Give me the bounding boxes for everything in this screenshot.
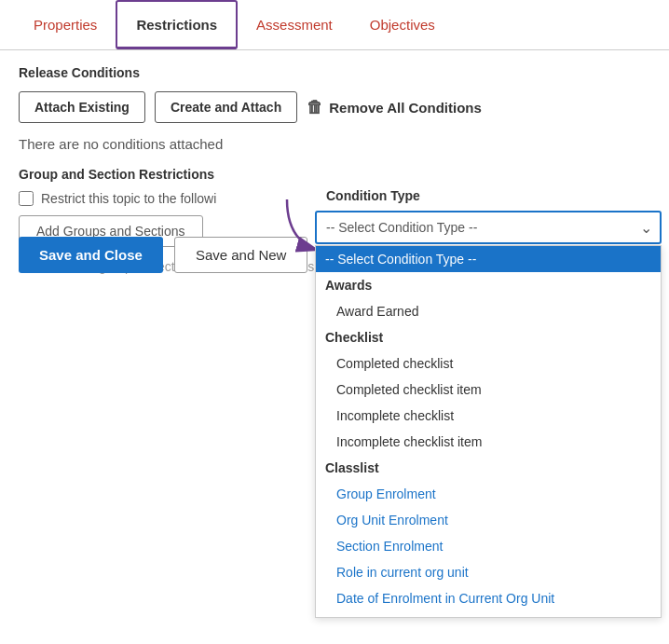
restrict-checkbox-label: Restrict this topic to the followi	[41, 191, 216, 206]
dropdown-item[interactable]: Incomplete checklist item	[316, 429, 661, 455]
dropdown-item[interactable]: Group Enrolment	[316, 481, 661, 507]
remove-all-conditions-button[interactable]: 🗑 Remove All Conditions	[307, 98, 482, 117]
tab-assessment[interactable]: Assessment	[238, 0, 351, 49]
attach-existing-button[interactable]: Attach Existing	[19, 91, 145, 123]
condition-type-dropdown-container: -- Select Condition Type -- ⌄ -- Select …	[315, 211, 662, 244]
dropdown-item[interactable]: Role in current org unit	[316, 559, 661, 585]
dropdown-item[interactable]: -- Select Condition Type --	[316, 246, 661, 272]
condition-type-select[interactable]: -- Select Condition Type --	[315, 211, 662, 244]
dropdown-item[interactable]: Competencies	[316, 611, 661, 618]
tab-restrictions[interactable]: Restrictions	[116, 0, 238, 49]
dropdown-item[interactable]: Date of Enrolment in Current Org Unit	[316, 585, 661, 611]
condition-type-dropdown-list[interactable]: -- Select Condition Type --AwardsAward E…	[315, 245, 662, 618]
create-and-attach-button[interactable]: Create and Attach	[155, 91, 297, 123]
main-content: Release Conditions Attach Existing Creat…	[0, 50, 669, 292]
no-conditions-text: There are no conditions attached	[19, 136, 650, 152]
dropdown-item[interactable]: Completed checklist	[316, 350, 661, 377]
dropdown-item[interactable]: Incomplete checklist	[316, 403, 661, 429]
dropdown-item[interactable]: Classlist	[316, 455, 661, 481]
restrict-checkbox[interactable]	[19, 191, 34, 206]
remove-all-label: Remove All Conditions	[329, 100, 482, 116]
condition-type-label: Condition Type	[326, 188, 420, 203]
dropdown-item[interactable]: Checklist	[316, 324, 661, 350]
tab-bar: Properties Restrictions Assessment Objec…	[0, 0, 669, 50]
dropdown-item[interactable]: Award Earned	[316, 298, 661, 324]
dropdown-item[interactable]: Org Unit Enrolment	[316, 507, 661, 533]
bottom-buttons: Save and Close Save and New	[19, 237, 307, 273]
save-and-close-button[interactable]: Save and Close	[19, 237, 163, 273]
dropdown-item[interactable]: Section Enrolment	[316, 533, 661, 559]
release-conditions-buttons: Attach Existing Create and Attach 🗑 Remo…	[19, 91, 650, 123]
tab-objectives[interactable]: Objectives	[351, 0, 454, 49]
dropdown-item[interactable]: Completed checklist item	[316, 377, 661, 403]
trash-icon: 🗑	[307, 98, 323, 117]
tab-properties[interactable]: Properties	[15, 0, 116, 49]
dropdown-wrapper: -- Select Condition Type -- ⌄	[315, 211, 662, 244]
group-section-title: Group and Section Restrictions	[19, 167, 650, 182]
release-conditions-title: Release Conditions	[19, 65, 650, 80]
dropdown-item[interactable]: Awards	[316, 272, 661, 298]
